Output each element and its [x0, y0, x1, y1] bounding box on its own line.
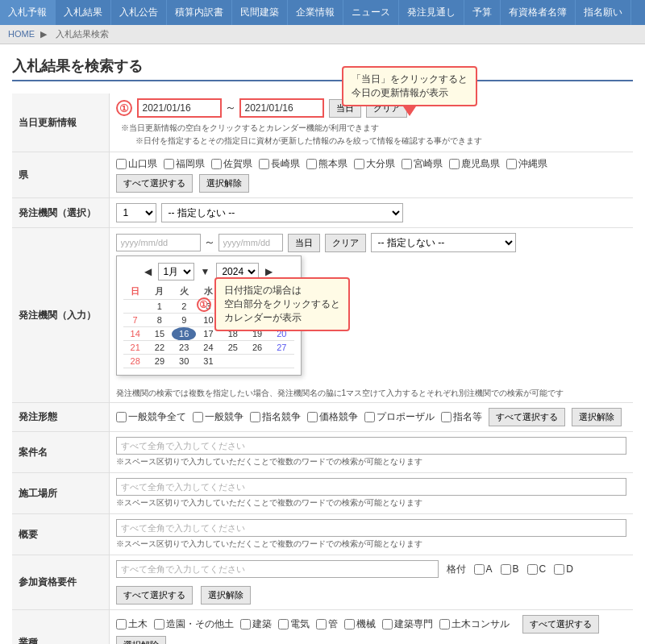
gyoshu-doboku-check[interactable]	[116, 619, 127, 629]
gyoshu-kenchiku-check[interactable]	[240, 619, 251, 629]
hasshu-all-check[interactable]	[116, 412, 127, 422]
hasshu-row: 発注形態 一般競争全て 一般競争 指名競争 価格競争 プロポーザル 指名等 すべ…	[12, 403, 633, 432]
cal-cell[interactable]: 2	[172, 300, 196, 314]
cal-prev[interactable]: ◀	[144, 266, 152, 277]
sekou-input[interactable]	[116, 478, 627, 496]
cal-cell[interactable]: 25	[221, 341, 245, 355]
grade-d-check[interactable]	[554, 564, 564, 575]
ken-saga: 佐賀県	[211, 157, 252, 171]
nav-hatchuu-mitooshi[interactable]: 発注見通し	[399, 0, 464, 25]
ken-fukuoka-check[interactable]	[164, 159, 174, 169]
gyoshu-select-all[interactable]: すべて選択する	[522, 615, 599, 634]
anken-label: 案件名	[12, 432, 109, 473]
nav-minkan[interactable]: 民間建築	[232, 0, 288, 25]
gyoshu-doboku-consul-check[interactable]	[439, 619, 450, 629]
cal-cell[interactable]: 24	[196, 341, 220, 355]
gaiyou-input[interactable]	[116, 519, 627, 537]
cal-cell[interactable]	[245, 355, 269, 368]
cal-cell[interactable]: 26	[245, 341, 269, 355]
hasshu-ippan: 一般競争	[193, 410, 243, 424]
ken-nagasaki-check[interactable]	[259, 159, 269, 169]
gyoshu-cell: 土木 造園・その他土 建築 電気 管 機械 建築専門 土木コンサル すべて選択す…	[109, 610, 633, 645]
grade-c-check[interactable]	[527, 564, 538, 575]
cal-cell[interactable]: 8	[148, 314, 172, 327]
hasshu-select-all[interactable]: すべて選択する	[489, 408, 565, 426]
toucbi-label: 当日更新情報	[12, 93, 109, 152]
gyoshu-deselect[interactable]: 選択解除	[116, 636, 166, 644]
sankaku-input[interactable]	[116, 560, 439, 578]
cal-cell[interactable]: 31	[196, 355, 220, 368]
hasshu-deselect[interactable]: 選択解除	[572, 408, 622, 426]
grade-select-all[interactable]: すべて選択する	[116, 586, 193, 605]
ken-saga-check[interactable]	[211, 159, 222, 169]
cal-cell[interactable]: 23	[172, 341, 196, 355]
cal-cell-today[interactable]: 16	[172, 327, 196, 341]
gyoshu-kenchiku-senmon-check[interactable]	[382, 619, 393, 629]
hasshu-ippan-check[interactable]	[193, 412, 203, 422]
ken-miyazaki-check[interactable]	[402, 159, 412, 169]
cal-tilde: ▼	[201, 266, 210, 277]
cal-cell[interactable]: 27	[269, 341, 293, 355]
nav-yushikaku[interactable]: 有資格者名簿	[501, 0, 576, 25]
hasshu-proposal-check[interactable]	[364, 412, 375, 422]
cal-cell[interactable]: 15	[148, 327, 172, 341]
grade-deselect[interactable]: 選択解除	[201, 586, 251, 605]
grade-b-check[interactable]	[501, 564, 511, 575]
nav-nyusatsu-yoho[interactable]: 入札予報	[0, 0, 56, 25]
cal-cell[interactable]: 9	[172, 314, 196, 327]
cal-cell[interactable]: 29	[148, 355, 172, 368]
cal-day-sun: 日	[123, 284, 148, 300]
nav-nyusatsu-kekka[interactable]: 入札結果	[56, 0, 111, 25]
hatchuu-date-start[interactable]	[116, 234, 201, 251]
nav-shimei[interactable]: 指名願い	[576, 0, 631, 25]
ken-okinawa: 沖縄県	[506, 157, 547, 171]
gyoshu-denki-check[interactable]	[278, 619, 289, 629]
hatchuu-clear-button[interactable]: クリア	[325, 234, 366, 252]
ken-oita-check[interactable]	[354, 159, 364, 169]
cal-cell[interactable]: 14	[123, 327, 148, 341]
ken-okinawa-check[interactable]	[506, 159, 517, 169]
cal-cell[interactable]: 7	[123, 314, 148, 327]
breadcrumb-home[interactable]: HOME	[8, 29, 35, 39]
nav-nyusatsu-kokoku[interactable]: 入札公告	[111, 0, 167, 25]
gaiyou-row: 概要 ※スペース区切りで入力していただくことで複数のワードでの検索が可能となりま…	[12, 514, 633, 555]
nav-sekisan[interactable]: 積算内訳書	[167, 0, 232, 25]
ken-yamaguchi-check[interactable]	[116, 159, 127, 169]
hasshu-shimei-check[interactable]	[250, 412, 260, 422]
ken-kagoshima-check[interactable]	[449, 159, 460, 169]
date-end-toucbi[interactable]	[239, 98, 324, 118]
cal-cell[interactable]: 1	[148, 300, 172, 314]
hasshu-shimei2-check[interactable]	[441, 412, 452, 422]
cal-cell[interactable]: 30	[172, 355, 196, 368]
grade-c: C	[527, 563, 547, 575]
grade-d: D	[554, 563, 573, 575]
gyoshu-zoen-check[interactable]	[154, 619, 164, 629]
ken-kumamoto-check[interactable]	[306, 159, 317, 169]
hatchuu-org-select[interactable]: -- 指定しない --	[161, 203, 403, 222]
ken-select-all[interactable]: すべて選択する	[116, 174, 193, 193]
nav-kigyo[interactable]: 企業情報	[288, 0, 343, 25]
cal-cell[interactable]	[269, 355, 293, 368]
cal-cell[interactable]: 21	[123, 341, 148, 355]
cal-cell[interactable]: 28	[123, 355, 148, 368]
gyoshu-kan-check[interactable]	[316, 619, 327, 629]
date-start-toucbi[interactable]	[137, 98, 222, 118]
hatchuu-input-row: 発注機関（入力） ～ 当日 クリア -- 指定しない --	[12, 228, 633, 403]
cal-cell[interactable]	[221, 355, 245, 368]
hatchuu-date-end[interactable]	[218, 234, 283, 251]
anken-input[interactable]	[116, 437, 627, 455]
cal-next[interactable]: ▶	[265, 266, 273, 277]
ken-cell: 山口県 福岡県 佐賀県 長崎県 熊本県 大分県 宮崎県 鹿児島県 沖縄県 すべて…	[109, 152, 633, 198]
cal-cell[interactable]	[123, 300, 148, 314]
hatchuu-select2[interactable]: -- 指定しない --	[371, 233, 516, 252]
cal-month-select[interactable]: 1月	[158, 263, 194, 280]
cal-cell[interactable]: 22	[148, 341, 172, 355]
gyoshu-kikai-check[interactable]	[344, 619, 355, 629]
grade-a-check[interactable]	[474, 564, 485, 575]
ken-deselect[interactable]: 選択解除	[199, 174, 249, 193]
nav-yosan[interactable]: 予算	[464, 0, 501, 25]
hatchuu-num-select[interactable]: 123	[116, 203, 156, 222]
hatchuu-today-button[interactable]: 当日	[288, 234, 320, 252]
nav-news[interactable]: ニュース	[343, 0, 399, 25]
hasshu-kakaku-check[interactable]	[307, 412, 318, 422]
